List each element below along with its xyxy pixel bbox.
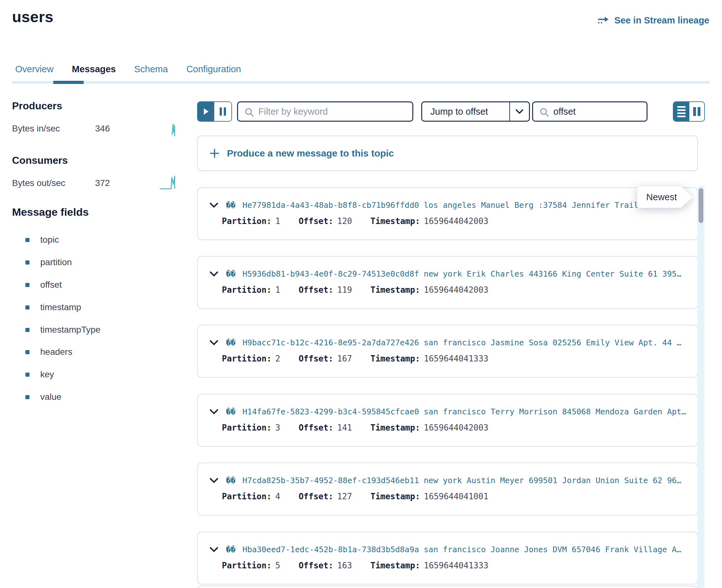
message-meta: Partition:2Offset:167Timestamp:165964404… <box>222 354 507 363</box>
message-row[interactable]: �� H9bacc71c-b12c-4216-8e95-2a7da727e426… <box>197 325 698 378</box>
producers-heading: Producers <box>12 100 62 112</box>
scrollbar-track[interactable] <box>697 185 705 588</box>
columns-icon <box>698 107 700 116</box>
message-field-timestamptype: timestampType <box>25 325 101 335</box>
next-message-row-partial <box>197 586 698 588</box>
column-view-button[interactable] <box>689 102 704 121</box>
tab-overview[interactable]: Overview <box>15 64 54 75</box>
offset-value: 119 <box>337 285 352 295</box>
list-view-icon <box>677 109 685 111</box>
newest-tooltip-label: Newest <box>637 186 693 208</box>
key-bytes-glyphs: �� <box>226 338 235 347</box>
message-summary: H9bacc71c-b12c-4216-8e95-2a7da727e426 sa… <box>243 338 681 347</box>
chevron-down-icon[interactable] <box>209 339 219 346</box>
message-meta: Partition:1Offset:119Timestamp:165964404… <box>222 285 507 295</box>
message-field-label: topic <box>40 235 59 245</box>
timestamp-value: 1659644041001 <box>424 492 489 501</box>
stream-lineage-link[interactable]: See in Stream lineage <box>597 15 709 26</box>
stream-lineage-icon <box>597 16 610 25</box>
key-bytes-glyphs: �� <box>226 476 235 485</box>
partition-value: 4 <box>275 492 281 501</box>
pause-icon <box>224 107 226 115</box>
offset-value: 167 <box>337 354 352 363</box>
message-field-value: value <box>25 392 61 402</box>
bullet-icon <box>25 350 29 354</box>
message-field-label: timestampType <box>40 325 101 335</box>
offset-search-input[interactable] <box>533 102 646 121</box>
key-bytes-glyphs: �� <box>226 269 235 278</box>
tab-bar: Overview Messages Schema Configuration <box>15 64 241 75</box>
message-row[interactable]: �� He77981da-4a43-48ab-b8f8-cb71b96ffdd0… <box>197 187 698 240</box>
key-bytes-glyphs: �� <box>226 407 235 416</box>
tab-active-indicator <box>53 81 84 84</box>
offset-label: Offset: <box>298 492 333 501</box>
list-view-button[interactable] <box>674 102 689 121</box>
offset-search-field <box>532 101 647 122</box>
offset-value: 120 <box>337 216 352 226</box>
tab-schema[interactable]: Schema <box>135 64 168 75</box>
list-view-icon <box>677 106 685 108</box>
partition-value: 1 <box>275 216 281 226</box>
produce-message-button[interactable]: Produce a new message to this topic <box>197 135 698 171</box>
tab-configuration[interactable]: Configuration <box>186 64 241 75</box>
message-row[interactable]: �� H14fa67fe-5823-4299-b3c4-595845cfcae0… <box>197 394 698 447</box>
chevron-down-icon <box>515 109 524 114</box>
message-meta: Partition:3Offset:141Timestamp:165964404… <box>222 423 507 433</box>
message-field-label: key <box>40 370 54 380</box>
partition-value: 5 <box>275 561 281 570</box>
offset-value: 127 <box>337 492 352 501</box>
message-field-topic: topic <box>25 235 59 245</box>
message-field-label: partition <box>40 257 72 267</box>
page-title: users <box>12 8 54 26</box>
message-row[interactable]: �� H5936db81-b943-4e0f-8c29-74513e0c0d8f… <box>197 256 698 309</box>
message-field-label: value <box>40 392 61 402</box>
message-field-key: key <box>25 370 54 380</box>
pause-button[interactable] <box>214 102 231 121</box>
timestamp-value: 1659644042003 <box>424 216 489 226</box>
message-field-partition: partition <box>25 257 72 267</box>
scrollbar-thumb[interactable] <box>699 188 703 223</box>
filter-keyword-input[interactable] <box>238 102 412 121</box>
chevron-down-icon[interactable] <box>209 477 219 484</box>
offset-label: Offset: <box>298 285 333 295</box>
key-bytes-glyphs: �� <box>226 545 235 554</box>
chevron-down-icon[interactable] <box>209 546 219 553</box>
message-summary: He77981da-4a43-48ab-b8f8-cb71b96ffdd0 lo… <box>243 201 648 210</box>
offset-label: Offset: <box>298 423 333 433</box>
jump-to-offset-select[interactable]: Jump to offset <box>421 101 530 122</box>
play-icon <box>203 108 209 115</box>
message-field-headers: headers <box>25 347 72 357</box>
message-summary: H14fa67fe-5823-4299-b3c4-595845cfcae0 sa… <box>243 407 686 416</box>
message-row[interactable]: �� H7cda825b-35b7-4952-88ef-c193d546eb11… <box>197 463 698 516</box>
consumers-heading: Consumers <box>12 154 68 166</box>
topic-messages-page: users See in Stream lineage Overview Mes… <box>0 0 722 588</box>
timestamp-label: Timestamp: <box>371 423 420 433</box>
key-bytes-glyphs: �� <box>226 201 235 210</box>
partition-label: Partition: <box>222 354 272 363</box>
message-fields-heading: Message fields <box>12 206 89 218</box>
partition-label: Partition: <box>222 561 272 570</box>
message-row[interactable]: �� Hba30eed7-1edc-452b-8b1a-738d3b5d8a9a… <box>197 532 698 585</box>
timestamp-label: Timestamp: <box>371 216 420 226</box>
chevron-down-icon[interactable] <box>209 271 219 277</box>
offset-label: Offset: <box>298 354 333 363</box>
message-summary: H5936db81-b943-4e0f-8c29-74513e0c0d8f ne… <box>243 269 681 278</box>
bytes-in-label: Bytes in/sec <box>12 124 60 134</box>
play-pause-toggle <box>197 101 232 122</box>
message-field-offset: offset <box>25 280 62 290</box>
chevron-down-icon[interactable] <box>209 408 219 415</box>
bullet-icon <box>25 395 29 399</box>
bytes-out-sparkline-icon <box>159 174 179 191</box>
partition-label: Partition: <box>222 216 272 226</box>
timestamp-label: Timestamp: <box>371 492 420 501</box>
partition-value: 2 <box>275 354 281 363</box>
tab-messages[interactable]: Messages <box>72 64 116 75</box>
message-field-label: timestamp <box>40 302 81 312</box>
chevron-down-icon[interactable] <box>209 202 219 209</box>
bytes-out-label: Bytes out/sec <box>12 178 65 188</box>
message-meta: Partition:4Offset:127Timestamp:165964404… <box>222 492 507 501</box>
message-meta: Partition:1Offset:120Timestamp:165964404… <box>222 216 507 226</box>
message-summary: Hba30eed7-1edc-452b-8b1a-738d3b5d8a9a sa… <box>243 545 681 554</box>
play-button[interactable] <box>198 102 214 121</box>
plus-icon <box>209 148 220 159</box>
